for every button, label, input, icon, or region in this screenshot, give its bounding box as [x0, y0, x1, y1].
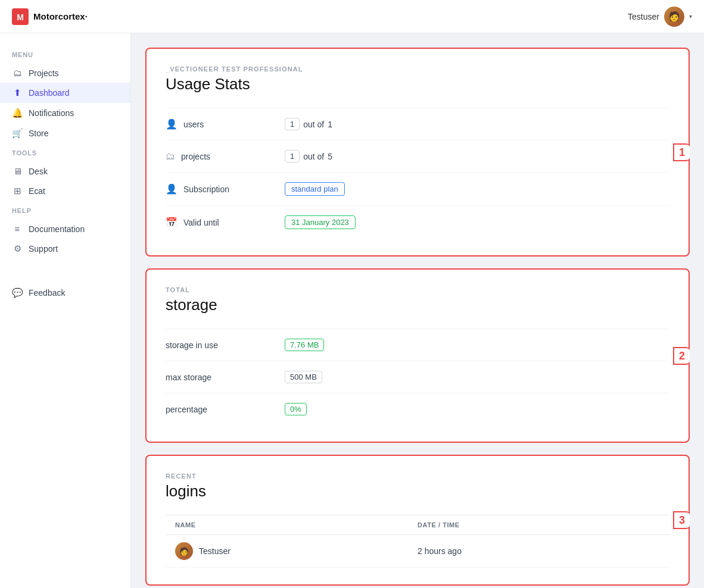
sidebar-item-support[interactable]: ⚙ Support [0, 239, 130, 259]
sidebar-item-notifications[interactable]: 🔔 Notifications [0, 103, 130, 123]
sidebar-item-projects[interactable]: 🗂 Projects [0, 63, 130, 83]
menu-section-title: MENU [0, 51, 130, 63]
monitor-icon: 🖥 [12, 166, 23, 176]
sidebar: MENU 🗂 Projects ⬆ Dashboard 🔔 Notificati… [0, 33, 131, 588]
main-content: 1 _VECTIONEER TEST PROFESSIONAL Usage St… [131, 33, 704, 588]
table-cell-name: 🧑 Testuser [175, 542, 418, 560]
folder-stat-icon: 🗂 [166, 151, 175, 162]
card-number-1: 1 [673, 143, 690, 161]
stat-row-subscription: 👤 Subscription standard plan [166, 172, 669, 205]
header: M Motorcortex· Testuser 🧑 ▾ [0, 0, 704, 33]
usage-card-title: Usage Stats [166, 75, 669, 93]
sidebar-item-desk[interactable]: 🖥 Desk [0, 161, 130, 181]
feedback-icon: 💬 [12, 287, 23, 298]
projects-max: 5 [328, 152, 332, 161]
stat-label-max-storage: max storage [166, 373, 285, 382]
sidebar-item-store[interactable]: 🛒 Store [0, 123, 130, 143]
doc-icon: ≡ [12, 224, 23, 234]
bell-icon: 🔔 [12, 108, 23, 118]
max-storage-label-text: max storage [166, 373, 211, 382]
calendar-icon: 📅 [166, 217, 177, 228]
stat-label-valid-until: 📅 Valid until [166, 217, 285, 228]
sidebar-label-support: Support [29, 244, 58, 254]
storage-card-subtitle: TOTAL [166, 286, 669, 293]
users-max: 1 [328, 120, 332, 129]
subscription-badge: standard plan [285, 182, 345, 196]
subscription-value: standard plan [285, 182, 345, 196]
logo-text: Motorcortex· [33, 11, 88, 21]
sidebar-item-ecat[interactable]: ⊞ Ecat [0, 181, 130, 201]
valid-until-badge: 31 January 2023 [285, 215, 356, 229]
percentage-label-text: percentage [166, 405, 207, 414]
sidebar-label-notifications: Notifications [29, 108, 74, 118]
stat-label-percentage: percentage [166, 405, 285, 414]
max-storage-badge: 500 MB [285, 371, 322, 383]
users-label-text: users [183, 120, 204, 129]
stat-label-subscription: 👤 Subscription [166, 183, 285, 195]
storage-card: 2 TOTAL storage storage in use 7.76 MB m… [145, 268, 690, 443]
grid-icon: ⊞ [12, 186, 23, 196]
table-row-avatar: 🧑 [175, 542, 193, 560]
user-icon: 👤 [166, 118, 177, 130]
help-section-title: HELP [0, 207, 130, 219]
logins-card-subtitle: RECENT [166, 473, 669, 480]
valid-until-label-text: Valid until [183, 218, 219, 227]
table-row-username: Testuser [199, 546, 230, 556]
subscription-label-text: Subscription [183, 184, 229, 194]
sidebar-label-ecat: Ecat [29, 186, 45, 196]
projects-label-text: projects [181, 152, 210, 161]
users-current-badge: 1 [285, 118, 300, 130]
stat-label-projects: 🗂 projects [166, 151, 285, 162]
dashboard-icon: ⬆ [12, 87, 23, 98]
stat-label-storage-in-use: storage in use [166, 340, 285, 350]
cart-icon: 🛒 [12, 128, 23, 139]
folder-icon: 🗂 [12, 68, 23, 78]
projects-out-of: out of [303, 152, 324, 161]
sidebar-label-projects: Projects [29, 68, 59, 78]
stat-row-users: 👤 users 1 out of 1 [166, 108, 669, 140]
tools-section-title: TOOLS [0, 149, 130, 161]
max-storage-value: 500 MB [285, 371, 322, 383]
avatar[interactable]: 🧑 [664, 7, 684, 27]
svg-text:M: M [17, 12, 24, 22]
sidebar-label-feedback: Feedback [29, 288, 65, 298]
sidebar-item-feedback[interactable]: 💬 Feedback [0, 283, 130, 303]
valid-until-value: 31 January 2023 [285, 215, 356, 229]
percentage-badge: 0% [285, 403, 307, 415]
stat-row-storage-in-use: storage in use 7.76 MB [166, 329, 669, 361]
subscription-icon: 👤 [166, 183, 177, 195]
sidebar-label-store: Store [29, 129, 48, 138]
sidebar-item-dashboard[interactable]: ⬆ Dashboard [0, 83, 130, 103]
stat-label-users: 👤 users [166, 118, 285, 130]
logins-table-header: NAME DATE / TIME [166, 515, 669, 535]
projects-value: 1 out of 5 [285, 150, 332, 162]
table-row: 🧑 Testuser 2 hours ago [166, 535, 669, 568]
col-header-datetime: DATE / TIME [418, 521, 660, 528]
users-out-of: out of [303, 120, 324, 129]
header-username: Testuser [628, 12, 659, 21]
users-value: 1 out of 1 [285, 118, 332, 130]
col-header-name: NAME [175, 521, 418, 528]
card-number-3: 3 [673, 511, 690, 529]
projects-current-badge: 1 [285, 150, 300, 162]
sidebar-item-documentation[interactable]: ≡ Documentation [0, 219, 130, 239]
card-number-2: 2 [673, 347, 690, 365]
usage-stats-card: 1 _VECTIONEER TEST PROFESSIONAL Usage St… [145, 48, 690, 257]
chevron-down-icon[interactable]: ▾ [689, 13, 692, 20]
storage-in-use-label-text: storage in use [166, 340, 218, 350]
logins-card-title: logins [166, 482, 669, 501]
header-right: Testuser 🧑 ▾ [628, 7, 692, 27]
sidebar-label-dashboard: Dashboard [29, 88, 70, 98]
usage-card-subtitle: _VECTIONEER TEST PROFESSIONAL [166, 65, 669, 73]
stat-row-projects: 🗂 projects 1 out of 5 [166, 140, 669, 172]
layout: MENU 🗂 Projects ⬆ Dashboard 🔔 Notificati… [0, 33, 704, 588]
logo-icon: M [12, 8, 29, 25]
storage-in-use-badge: 7.76 MB [285, 339, 324, 351]
storage-card-title: storage [166, 296, 669, 314]
stat-row-valid-until: 📅 Valid until 31 January 2023 [166, 205, 669, 239]
stat-row-percentage: percentage 0% [166, 393, 669, 425]
storage-in-use-value: 7.76 MB [285, 339, 324, 351]
support-icon: ⚙ [12, 243, 23, 254]
percentage-value: 0% [285, 403, 307, 415]
stat-row-max-storage: max storage 500 MB [166, 361, 669, 393]
